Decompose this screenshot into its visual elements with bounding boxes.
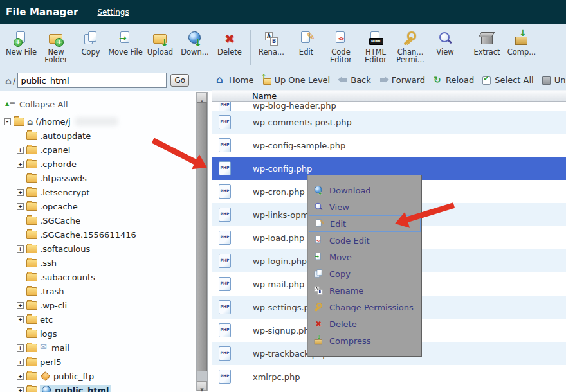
expander-icon[interactable] — [17, 189, 24, 196]
expander-icon[interactable] — [17, 373, 24, 380]
context-menu-item[interactable]: Delete — [308, 316, 421, 332]
nav-item[interactable]: Unselect All — [542, 75, 566, 85]
nav-item-label: Forward — [392, 75, 425, 85]
tree-item[interactable]: .trash — [0, 284, 194, 298]
toolbar-button[interactable]: Down... — [178, 30, 212, 64]
context-menu-item[interactable]: Move — [308, 249, 421, 265]
view-icon — [437, 30, 453, 47]
tree-item-label: .trash — [40, 287, 64, 296]
php-file-icon — [219, 102, 231, 111]
tree-item[interactable]: .htpasswds — [0, 171, 194, 185]
sidebar-scrollbar[interactable] — [196, 92, 208, 391]
tree-item[interactable]: .cpanel — [0, 143, 194, 157]
context-menu-item[interactable]: Rename — [308, 282, 421, 299]
toolbar-button[interactable]: Move File — [108, 30, 143, 64]
context-menu-item[interactable]: Code Edit — [308, 232, 421, 249]
toolbar-button[interactable]: Copy — [73, 30, 108, 64]
nav-item[interactable]: Home — [216, 75, 253, 85]
tree-item[interactable]: .wp-cli — [0, 298, 194, 312]
path-bar: / Go — [0, 69, 212, 91]
tree-item[interactable]: .subaccounts — [0, 270, 194, 284]
scroll-up-icon[interactable] — [197, 93, 207, 102]
nav-item[interactable]: Up One Level — [261, 75, 330, 85]
expander-icon[interactable] — [17, 359, 24, 366]
tree-item[interactable]: etc — [0, 312, 194, 326]
tree-item[interactable]: .SGCache — [0, 213, 194, 227]
toolbar-button[interactable]: HTML Editor — [358, 30, 393, 64]
column-header-name[interactable]: Name — [212, 90, 566, 102]
file-row[interactable]: wp-comments-post.php — [212, 111, 566, 134]
folder-icon — [26, 330, 37, 338]
context-menu-item[interactable]: Download — [308, 182, 421, 199]
settings-link[interactable]: Settings — [97, 8, 129, 17]
tree-item-label: .htpasswds — [40, 174, 87, 183]
toolbar-button[interactable]: Rena... — [254, 30, 289, 64]
toolbar-button[interactable]: Extract — [470, 30, 504, 56]
toolbar-button[interactable]: Chan... Permi... — [393, 30, 428, 64]
tree-item[interactable]: public_ftp — [0, 369, 194, 383]
tree-item[interactable]: public_html — [0, 383, 194, 392]
tree-item[interactable]: .opcache — [0, 199, 194, 213]
tree-item-label: .opcache — [40, 202, 78, 211]
expander-icon[interactable] — [17, 316, 24, 323]
nav-item[interactable]: Select All — [482, 75, 533, 85]
rename-icon — [263, 30, 280, 47]
context-menu-item[interactable]: Copy — [308, 265, 421, 282]
tree-item[interactable]: perl5 — [0, 355, 194, 369]
expander-icon[interactable] — [17, 147, 24, 154]
folder-icon — [26, 344, 37, 352]
scroll-down-icon[interactable] — [197, 381, 207, 391]
path-input[interactable] — [17, 73, 167, 88]
file-row[interactable]: wp-blog-header.php — [212, 102, 566, 111]
tree-item-label: .SGCache — [40, 216, 80, 226]
nav-item-label: Select All — [495, 75, 533, 85]
php-file-icon — [219, 346, 231, 361]
expander-icon[interactable] — [17, 344, 24, 352]
toolbar-button[interactable]: New File — [4, 30, 39, 64]
expander-icon[interactable] — [17, 203, 24, 210]
tree-root[interactable]: (/home/j — [0, 114, 194, 129]
expander-icon[interactable] — [17, 302, 24, 309]
collapse-expander-icon[interactable] — [4, 118, 11, 125]
toolbar-button[interactable]: Upload — [143, 30, 178, 64]
home-icon — [5, 75, 12, 87]
nav-item[interactable]: Forward — [379, 75, 425, 85]
context-menu-item[interactable]: View — [308, 199, 421, 215]
tree-item[interactable]: .letsencrypt — [0, 185, 194, 199]
toolbar-button[interactable]: View — [428, 30, 462, 64]
directory-tree-sidebar: Collapse All (/home/j .autoupdate — [0, 91, 194, 392]
tree-root-label: (/home/j — [35, 117, 70, 127]
expander-icon[interactable] — [17, 387, 24, 392]
expander-icon[interactable] — [17, 161, 24, 168]
tree-item[interactable]: .cphorde — [0, 157, 194, 171]
context-menu: Download View Edit Code Edit Move — [307, 175, 422, 357]
toolbar-button[interactable]: Delete — [212, 30, 247, 64]
context-menu-item[interactable]: Change Permissions — [308, 299, 421, 316]
tree-item[interactable]: .softaculous — [0, 242, 194, 256]
tree-item-label: .cpanel — [40, 145, 70, 155]
toolbar-button[interactable]: New Folder — [39, 30, 73, 64]
tree-item[interactable]: .SGCache.1556611416 — [0, 227, 194, 242]
context-menu-item-label: Change Permissions — [329, 303, 414, 312]
nav-item[interactable]: Back — [338, 75, 371, 85]
scroll-thumb[interactable] — [197, 102, 207, 371]
panel-divider — [212, 69, 212, 392]
file-row[interactable]: wp-config-sample.php — [212, 134, 566, 157]
toolbar-button[interactable]: Code Editor — [324, 30, 358, 64]
collapse-all[interactable]: Collapse All — [0, 91, 194, 111]
column-header-label: Name — [252, 91, 277, 101]
context-menu-item[interactable]: Edit — [309, 215, 421, 232]
tree-item[interactable]: .autoupdate — [0, 129, 194, 143]
tree-item[interactable]: mail — [0, 341, 194, 355]
toolbar-button[interactable]: Comp... — [504, 30, 539, 56]
context-menu-item[interactable]: Compress — [308, 332, 421, 349]
expander-icon[interactable] — [17, 245, 24, 253]
file-row[interactable]: xmlrpc.php — [212, 365, 566, 388]
folder-icon — [26, 273, 37, 281]
tree-item[interactable]: logs — [0, 326, 194, 341]
nav-item[interactable]: Reload — [433, 75, 474, 85]
toolbar-button[interactable]: Edit — [289, 30, 324, 64]
go-button[interactable]: Go — [170, 74, 189, 87]
tree-item[interactable]: .ssh — [0, 256, 194, 270]
toolbar-button-label: Code Editor — [324, 48, 358, 64]
